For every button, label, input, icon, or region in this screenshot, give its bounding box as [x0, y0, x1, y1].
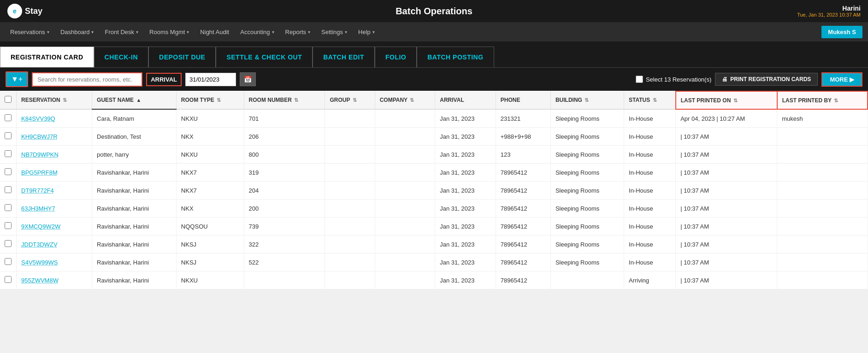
col-room-number[interactable]: ROOM NUMBER ⇅: [244, 91, 325, 109]
date-input[interactable]: [185, 73, 236, 86]
row-checkbox[interactable]: [5, 204, 12, 211]
phone: 78965412: [496, 200, 550, 218]
reservation-id[interactable]: DT9R772F4: [17, 182, 92, 200]
logo-text: Stay: [25, 6, 42, 16]
tab-settle-check-out[interactable]: SETTLE & CHECK OUT: [216, 47, 313, 67]
row-checkbox[interactable]: [5, 114, 12, 121]
room-number: 206: [244, 128, 325, 146]
reservation-id[interactable]: BPG5PRF8M: [17, 164, 92, 182]
group: [325, 200, 375, 218]
search-input[interactable]: [32, 72, 142, 87]
print-registration-cards-button[interactable]: 🖨 PRINT REGISTRATION CARDS: [715, 73, 818, 86]
reservation-id[interactable]: KH9CBWJ7R: [17, 128, 92, 146]
nav-nightaudit[interactable]: Night Audit: [195, 25, 234, 39]
tab-check-in[interactable]: CHECK-IN: [94, 47, 148, 67]
row-checkbox[interactable]: [5, 132, 12, 139]
logo: e Stay: [7, 4, 42, 18]
header-checkbox[interactable]: [5, 96, 12, 103]
room-number: 701: [244, 109, 325, 128]
group: [325, 128, 375, 146]
reservation-id[interactable]: JDDT3DWZV: [17, 235, 92, 253]
row-checkbox[interactable]: [5, 222, 12, 229]
sort-icon: ⇅: [294, 97, 298, 103]
group: [325, 182, 375, 200]
reservation-id[interactable]: 9XMCQ9W2W: [17, 218, 92, 235]
company: [375, 253, 435, 271]
col-group[interactable]: GROUP ⇅: [325, 91, 375, 109]
last-printed-by: [777, 182, 868, 200]
arrival: Jan 31, 2023: [435, 235, 496, 253]
status: In-House: [624, 218, 676, 235]
phone: 78965412: [496, 271, 550, 289]
last-printed-on: | 10:37 AM: [676, 271, 777, 289]
tab-deposit-due[interactable]: DEPOSIT DUE: [148, 47, 216, 67]
col-last-printed-on[interactable]: LAST PRINTED ON ⇅: [676, 91, 777, 109]
room-number: [244, 271, 325, 289]
arrival-label: ARRIVAL: [146, 73, 182, 86]
nav-settings[interactable]: Settings ▾: [317, 25, 352, 39]
row-checkbox-cell: [0, 235, 17, 253]
col-status[interactable]: STATUS ⇅: [624, 91, 676, 109]
reservation-id[interactable]: K84SVV39Q: [17, 109, 92, 128]
select-all-checkbox[interactable]: [636, 76, 643, 83]
last-printed-by: [777, 200, 868, 218]
col-guest-name[interactable]: GUEST NAME ▲: [92, 91, 177, 109]
room-type: NKXU: [176, 271, 244, 289]
last-printed-by: [777, 271, 868, 289]
row-checkbox-cell: [0, 128, 17, 146]
reservation-id[interactable]: NB7D9WPKN: [17, 146, 92, 164]
guest-name: potter, harry: [92, 146, 177, 164]
nav-accounting[interactable]: Accounting ▾: [236, 25, 278, 39]
reservation-id[interactable]: S4V5W99WS: [17, 253, 92, 271]
row-checkbox[interactable]: [5, 240, 12, 247]
tab-registration-card[interactable]: REGISTRATION CARD: [0, 47, 94, 67]
phone: 78965412: [496, 218, 550, 235]
row-checkbox[interactable]: [5, 276, 12, 283]
col-company[interactable]: COMPANY ⇅: [375, 91, 435, 109]
filter-button[interactable]: ▼+: [6, 71, 28, 87]
sort-icon: ⇅: [410, 97, 414, 103]
nav-frontdesk[interactable]: Front Desk ▾: [100, 25, 143, 39]
phone: 78965412: [496, 253, 550, 271]
more-button[interactable]: MORE ▶: [821, 72, 862, 87]
group: [325, 164, 375, 182]
row-checkbox[interactable]: [5, 258, 12, 265]
room-number: 319: [244, 164, 325, 182]
nav-reports[interactable]: Reports ▾: [281, 25, 315, 39]
reservation-id[interactable]: 63JH3MHY7: [17, 200, 92, 218]
last-printed-on: | 10:37 AM: [676, 200, 777, 218]
row-checkbox-cell: [0, 253, 17, 271]
room-type: NKX: [176, 128, 244, 146]
tab-batch-edit[interactable]: BATCH EDIT: [313, 47, 375, 67]
row-checkbox-cell: [0, 164, 17, 182]
status: In-House: [624, 128, 676, 146]
row-checkbox[interactable]: [5, 186, 12, 193]
col-reservation[interactable]: RESERVATION ⇅: [17, 91, 92, 109]
col-last-printed-by[interactable]: LAST PRINTED BY ⇅: [777, 91, 868, 109]
reservation-id[interactable]: 955ZWVM8W: [17, 271, 92, 289]
chevron-down-icon: ▾: [345, 29, 347, 35]
toolbar: ▼+ ARRIVAL 📅 Select 13 Reservation(s) 🖨 …: [0, 67, 868, 91]
tab-batch-posting[interactable]: BATCH POSTING: [417, 47, 494, 67]
calendar-icon[interactable]: 📅: [240, 72, 256, 86]
col-room-type[interactable]: ROOM TYPE ⇅: [176, 91, 244, 109]
guest-name: Cara, Ratnam: [92, 109, 177, 128]
nav-right-user: Mukesh S: [821, 26, 862, 38]
nav-reservations[interactable]: Reservations ▾: [6, 25, 54, 39]
tab-folio[interactable]: FOLIO: [375, 47, 417, 67]
filter-icon: ▼+: [11, 75, 23, 83]
company: [375, 200, 435, 218]
nav-help[interactable]: Help ▾: [354, 25, 379, 39]
col-checkbox: [0, 91, 17, 109]
room-number: 800: [244, 146, 325, 164]
chevron-down-icon: ▾: [136, 29, 138, 35]
nav-roomsmgmt[interactable]: Rooms Mgmt ▾: [145, 25, 194, 39]
nav-dashboard[interactable]: Dashboard ▾: [56, 25, 99, 39]
row-checkbox[interactable]: [5, 168, 12, 175]
guest-name: Ravishankar, Harini: [92, 164, 177, 182]
col-building[interactable]: BUILDING ⇅: [550, 91, 624, 109]
building: Sleeping Rooms: [550, 253, 624, 271]
row-checkbox[interactable]: [5, 150, 12, 157]
col-phone: PHONE: [496, 91, 550, 109]
chevron-down-icon: ▾: [47, 29, 49, 35]
